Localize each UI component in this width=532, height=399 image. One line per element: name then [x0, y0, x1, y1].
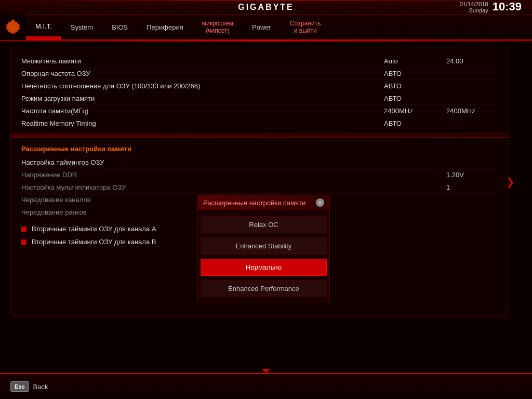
- popup-option-relax[interactable]: Relax OC: [201, 216, 327, 233]
- setting-value2-multiplier: 24.00: [446, 57, 498, 65]
- nav-items-list: M.I.T. System BIOS Периферия микросхем (…: [26, 15, 532, 39]
- section-row-timings[interactable]: Настройка таймингов ОЗУ: [21, 156, 498, 169]
- header-time: 10:39: [493, 1, 522, 12]
- setting-label-freq: Опорная частота ОЗУ: [21, 70, 384, 77]
- setting-row-memfreq[interactable]: Частота памяти(МГц) 2400MHz 2400MHz: [21, 105, 498, 117]
- settings-table: Множитель памяти Auto 24.00 Опорная част…: [21, 55, 498, 129]
- footer-bar: Esc Back: [0, 373, 532, 399]
- navigation-bar: M.I.T. System BIOS Периферия микросхем (…: [0, 15, 532, 41]
- popup-header: Расширенные настройки памяти ×: [198, 195, 329, 210]
- brand-title: GIGABYTE: [238, 3, 294, 12]
- section-label-multi: Настройка мультипликатора ОЗУ: [21, 183, 384, 191]
- setting-value-multiplier: Auto: [384, 57, 446, 65]
- section-label-timings: Настройка таймингов ОЗУ: [21, 158, 384, 166]
- bullet-icon-1: [21, 240, 26, 245]
- setting-label-boot: Режим загрузки памяти: [21, 95, 384, 102]
- section-value2-multi: 1: [446, 183, 498, 191]
- datetime-display: 01/14/2018 Sunday 10:39: [460, 1, 522, 14]
- gear-icon[interactable]: [0, 14, 26, 40]
- back-label: Back: [33, 383, 48, 391]
- setting-row-multiplier[interactable]: Множитель памяти Auto 24.00: [21, 55, 498, 68]
- setting-label-realtime: Realtime Memory Timing: [21, 119, 384, 127]
- setting-row-ratio[interactable]: Нечетность соотношения для ОЗУ (100/133 …: [21, 80, 498, 92]
- nav-item-power[interactable]: Power: [243, 15, 281, 39]
- nav-item-save[interactable]: Сохранить и выйти: [281, 15, 330, 39]
- setting-label-memfreq: Частота памяти(МГц): [21, 107, 384, 115]
- popup-close-button[interactable]: ×: [316, 198, 324, 207]
- esc-key[interactable]: Esc: [10, 381, 29, 392]
- bullet-icon-0: [21, 227, 26, 232]
- setting-value2-memfreq: 2400MHz: [446, 107, 498, 115]
- setting-row-freq[interactable]: Опорная частота ОЗУ АВТО: [21, 68, 498, 80]
- section-header-row[interactable]: Расширенные настройки памяти: [21, 142, 498, 156]
- nav-item-mit[interactable]: M.I.T.: [26, 15, 61, 39]
- setting-value-freq: АВТО: [384, 70, 446, 77]
- section-divider: [11, 134, 509, 138]
- header-day: Sunday: [460, 7, 488, 14]
- scroll-right-indicator: ❯: [506, 176, 515, 188]
- header-bar: GIGABYTE 01/14/2018 Sunday 10:39: [0, 0, 532, 15]
- bottom-triangle-decoration: [262, 369, 270, 373]
- setting-label-multiplier: Множитель памяти: [21, 57, 384, 65]
- setting-value-memfreq: 2400MHz: [384, 107, 446, 115]
- popup-option-normal[interactable]: Нормально: [201, 259, 327, 276]
- setting-value-realtime: АВТО: [384, 119, 446, 127]
- popup-option-performance[interactable]: Enhanced Performance: [201, 280, 327, 297]
- section-row-ddr[interactable]: Напряжение DDR 1.20V: [21, 169, 498, 181]
- popup-title: Расширенные настройки памяти: [203, 199, 305, 207]
- main-content-area: ❯ Множитель памяти Auto 24.00 Опорная ча…: [0, 42, 532, 374]
- setting-label-ratio: Нечетность соотношения для ОЗУ (100/133 …: [21, 82, 384, 90]
- setting-row-boot[interactable]: Режим загрузки памяти АВТО: [21, 92, 498, 105]
- nav-item-system[interactable]: System: [61, 15, 102, 39]
- section-value2-ddr: 1.20V: [446, 171, 498, 179]
- setting-value-ratio: АВТО: [384, 82, 446, 90]
- nav-item-periphery[interactable]: Периферия: [137, 15, 193, 39]
- nav-item-chipset[interactable]: микросхем (чипсет): [193, 15, 243, 39]
- popup-option-stability[interactable]: Enhanced Stability: [201, 237, 327, 255]
- popup-dropdown: Расширенные настройки памяти × Relax OC …: [197, 195, 330, 302]
- setting-value-boot: АВТО: [384, 95, 446, 102]
- section-row-multi[interactable]: Настройка мультипликатора ОЗУ 1: [21, 181, 498, 194]
- header-date: 01/14/2018: [460, 1, 488, 7]
- section-label-ddr: Напряжение DDR: [21, 171, 384, 179]
- nav-item-bios[interactable]: BIOS: [102, 15, 137, 39]
- section-header-label: Расширенные настройки памяти: [21, 145, 498, 153]
- setting-row-realtime[interactable]: Realtime Memory Timing АВТО: [21, 117, 498, 129]
